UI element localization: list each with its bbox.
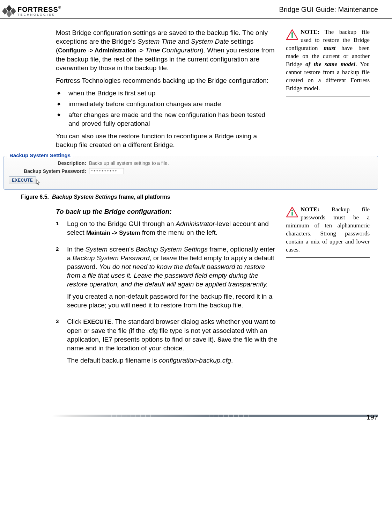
note-label: NOTE:	[301, 29, 319, 35]
recommend-list: when the Bridge is first set up immediat…	[56, 89, 278, 128]
body-main: Most Bridge configuration settings are s…	[56, 28, 278, 153]
password-label: Backup System Password:	[9, 168, 89, 174]
figure-caption: Figure 6.5. Backup System Settings frame…	[0, 191, 392, 206]
fortress-logo-icon	[1, 4, 17, 18]
svg-rect-9	[291, 212, 293, 216]
page-header: FORTRESS® TECHNOLOGIES Bridge GUI Guide:…	[0, 0, 392, 19]
procedure-heading: To back up the Bridge configuration:	[56, 207, 278, 216]
svg-rect-6	[291, 34, 293, 38]
list-item: when the Bridge is first set up	[66, 89, 278, 97]
step-2: 2 In the System screen's Backup System S…	[56, 245, 278, 313]
pointer-cursor-icon	[34, 178, 41, 188]
execute-button[interactable]: EXECUTE	[9, 176, 36, 184]
svg-point-5	[291, 32, 293, 34]
brand-name: FORTRESS®	[17, 6, 61, 13]
procedure-main: To back up the Bridge configuration: 1 L…	[56, 206, 278, 372]
note-triangle-icon	[286, 206, 298, 220]
description-label: Description:	[9, 160, 89, 166]
document-title: Bridge GUI Guide: Maintenance	[279, 3, 378, 16]
list-item: immediately before configuration changes…	[66, 100, 278, 108]
step-3: 3 Click EXECUTE. The standard browser di…	[56, 317, 278, 368]
step-1: 1 Log on to the Bridge GUI through an Ad…	[56, 219, 278, 241]
note-label: NOTE:	[301, 206, 319, 213]
page-footer: 197	[0, 415, 392, 417]
svg-point-8	[291, 210, 293, 212]
list-item: after changes are made and the new confi…	[66, 110, 278, 128]
description-value: Backs up all system settings to a file.	[89, 160, 169, 166]
backup-password-input[interactable]: **********	[89, 168, 124, 174]
note-triangle-icon	[286, 29, 298, 43]
note-divider	[286, 96, 370, 96]
sidebar-note-1: NOTE: The backup file used to restore th…	[286, 28, 370, 153]
sidebar-note-2: NOTE: Backup file passwords must be a mi…	[286, 206, 370, 372]
frame-legend: Backup System Settings	[7, 152, 73, 158]
note-divider	[286, 257, 370, 258]
intro-paragraph-3: You can also use the restore function to…	[56, 132, 278, 149]
intro-paragraph-2: Fortress Technologies recommends backing…	[56, 76, 278, 85]
backup-screenshot: Backup System Settings Description: Back…	[0, 156, 392, 190]
intro-paragraph-1: Most Bridge configuration settings are s…	[56, 28, 278, 72]
footer-rule	[52, 415, 378, 417]
page-number: 197	[367, 413, 378, 421]
brand-subtitle: TECHNOLOGIES	[17, 13, 61, 16]
brand-logo: FORTRESS® TECHNOLOGIES	[0, 3, 61, 18]
